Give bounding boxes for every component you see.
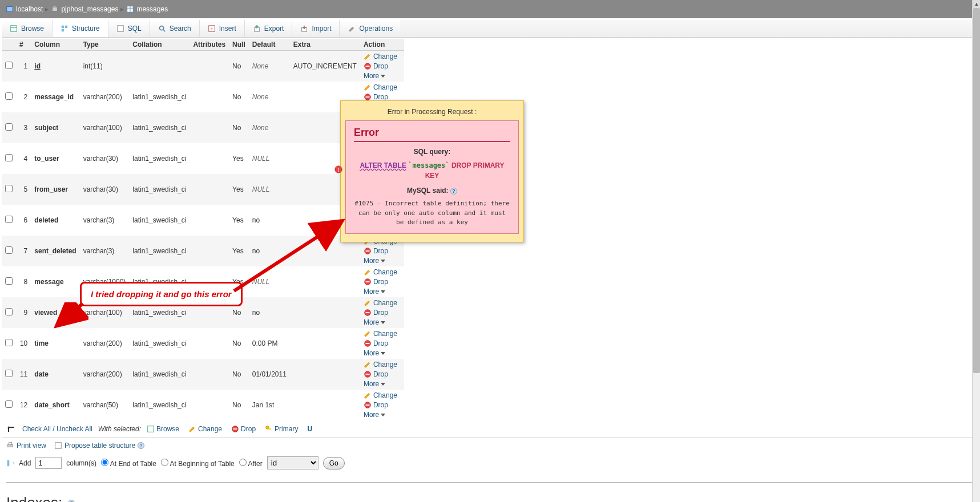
- propose-structure-link[interactable]: Propose table structure ?: [54, 442, 144, 450]
- more-link[interactable]: More: [364, 288, 385, 295]
- col-null: No: [229, 359, 249, 390]
- radio-at-begin[interactable]: At Beginning of Table: [161, 459, 235, 468]
- tab-browse[interactable]: Browse: [2, 20, 53, 37]
- svg-point-12: [159, 26, 163, 30]
- bulk-primary[interactable]: Primary: [265, 425, 298, 433]
- check-all-link[interactable]: Check All / Uncheck All: [22, 425, 92, 433]
- tab-operations[interactable]: Operations: [340, 20, 401, 37]
- after-column-select[interactable]: id: [267, 456, 318, 469]
- error-icon: !: [334, 165, 342, 173]
- svg-text:!: !: [338, 167, 340, 173]
- breadcrumb-sep: ▸: [45, 5, 49, 13]
- col-attributes: [189, 236, 229, 266]
- change-link[interactable]: Change: [364, 299, 397, 307]
- col-extra: [290, 390, 360, 420]
- insert-icon: +: [208, 25, 216, 33]
- arrow-up-icon: [6, 424, 17, 434]
- print-view-link[interactable]: Print view: [6, 442, 46, 450]
- add-go-button[interactable]: Go: [323, 457, 345, 469]
- search-icon: [158, 25, 166, 33]
- help-icon[interactable]: ?: [68, 500, 75, 503]
- col-num: 10: [16, 328, 31, 359]
- operations-icon: [348, 25, 356, 33]
- more-link[interactable]: More: [364, 72, 385, 80]
- svg-rect-11: [117, 26, 123, 32]
- more-link[interactable]: More: [364, 257, 385, 265]
- vertical-scrollbar[interactable]: ▲ ▼: [972, 0, 980, 502]
- drop-link[interactable]: Drop: [364, 370, 388, 378]
- scroll-thumb[interactable]: [973, 8, 980, 373]
- add-label: Add: [19, 459, 31, 467]
- drop-link[interactable]: Drop: [364, 278, 388, 286]
- breadcrumb-db[interactable]: pjphost_messages: [61, 5, 118, 13]
- tab-export[interactable]: Export: [245, 20, 293, 37]
- tab-sql[interactable]: SQL: [108, 20, 150, 37]
- col-field-name: to_user: [31, 143, 79, 174]
- row-checkbox[interactable]: [5, 400, 13, 408]
- drop-icon: [231, 425, 239, 433]
- bulk-drop[interactable]: Drop: [231, 425, 256, 433]
- row-checkbox[interactable]: [5, 92, 13, 100]
- breadcrumb-server[interactable]: localhost: [16, 5, 43, 13]
- drop-link[interactable]: Drop: [364, 247, 388, 255]
- change-link[interactable]: Change: [364, 83, 397, 91]
- col-default: NULL: [249, 174, 290, 205]
- row-checkbox[interactable]: [5, 246, 13, 254]
- row-checkbox[interactable]: [5, 154, 13, 161]
- col-collation: latin1_swedish_ci: [129, 390, 189, 420]
- help-icon[interactable]: ?: [138, 442, 144, 449]
- col-collation: latin1_swedish_ci: [129, 112, 189, 143]
- radio-at-end[interactable]: At End of Table: [101, 459, 156, 468]
- bulk-unique-partial[interactable]: U: [307, 425, 312, 433]
- col-null: No: [229, 112, 249, 143]
- change-link[interactable]: Change: [364, 330, 397, 338]
- svg-text:+: +: [210, 26, 213, 32]
- help-icon[interactable]: ?: [450, 188, 457, 195]
- drop-link[interactable]: Drop: [364, 62, 388, 70]
- drop-icon: [364, 62, 372, 70]
- row-checkbox[interactable]: [5, 62, 13, 69]
- row-checkbox[interactable]: [5, 308, 13, 315]
- row-checkbox[interactable]: [5, 123, 13, 131]
- drop-icon: [364, 93, 372, 101]
- row-checkbox[interactable]: [5, 370, 13, 377]
- bulk-change[interactable]: Change: [188, 425, 222, 433]
- change-link[interactable]: Change: [364, 52, 397, 60]
- row-checkbox[interactable]: [5, 339, 13, 346]
- breadcrumb-table[interactable]: messages: [136, 5, 168, 13]
- svg-rect-48: [9, 443, 11, 445]
- tab-insert[interactable]: +Insert: [200, 20, 245, 37]
- drop-link[interactable]: Drop: [364, 339, 388, 347]
- svg-rect-0: [7, 7, 13, 12]
- breadcrumb-bar: localhost ▸ pjphost_messages ▸ messages: [0, 0, 980, 18]
- browse-icon: [10, 25, 18, 33]
- annotation-arrow-to-drop: [54, 302, 88, 331]
- more-link[interactable]: More: [364, 380, 385, 388]
- more-link[interactable]: More: [364, 318, 385, 326]
- col-num: 2: [16, 82, 31, 112]
- tab-search[interactable]: Search: [150, 20, 200, 37]
- row-checkbox[interactable]: [5, 185, 13, 192]
- radio-after[interactable]: After: [239, 459, 263, 468]
- svg-line-13: [163, 30, 165, 32]
- change-link[interactable]: Change: [364, 268, 397, 276]
- col-field-name: from_user: [31, 174, 79, 205]
- tab-import[interactable]: Import: [292, 20, 340, 37]
- add-count-input[interactable]: [35, 457, 62, 469]
- more-link[interactable]: More: [364, 411, 385, 419]
- drop-link[interactable]: Drop: [364, 93, 388, 101]
- svg-rect-42: [148, 426, 154, 432]
- change-link[interactable]: Change: [364, 361, 397, 369]
- drop-link[interactable]: Drop: [364, 309, 388, 317]
- sql-icon: [116, 25, 124, 33]
- scroll-up-button[interactable]: ▲: [973, 0, 980, 8]
- svg-rect-21: [365, 96, 369, 98]
- bulk-browse[interactable]: Browse: [147, 425, 179, 433]
- mysql-said-label: MySQL said: ?: [354, 187, 510, 195]
- change-link[interactable]: Change: [364, 391, 397, 399]
- tab-structure[interactable]: Structure: [53, 20, 108, 37]
- row-checkbox[interactable]: [5, 216, 13, 223]
- drop-link[interactable]: Drop: [364, 401, 388, 409]
- more-link[interactable]: More: [364, 349, 385, 357]
- row-checkbox[interactable]: [5, 277, 13, 285]
